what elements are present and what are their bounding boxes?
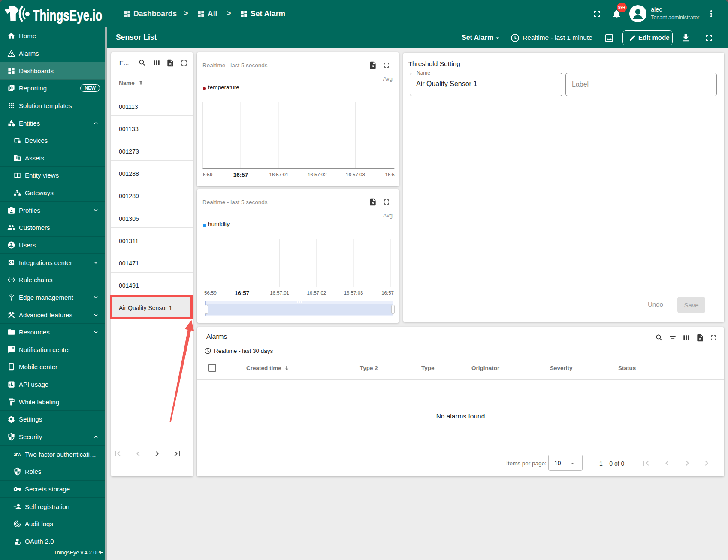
- svg-text:16:57: 16:57: [381, 290, 394, 295]
- svg-text:16:57:01: 16:57:01: [270, 290, 289, 295]
- svg-text:16:57:01: 16:57:01: [269, 172, 289, 177]
- svg-text:6:59: 6:59: [203, 172, 212, 177]
- svg-text:16:57:02: 16:57:02: [307, 290, 326, 295]
- svg-text:16:57:03: 16:57:03: [344, 290, 363, 295]
- svg-text:16:5: 16:5: [385, 172, 395, 177]
- svg-text:16:57: 16:57: [233, 172, 248, 178]
- svg-text:16:57:02: 16:57:02: [308, 172, 327, 177]
- svg-text:16:57: 16:57: [235, 290, 250, 296]
- svg-text:ThingsEye.io: ThingsEye.io: [33, 7, 103, 24]
- svg-text:16:57:03: 16:57:03: [346, 172, 365, 177]
- svg-text:56:59: 56:59: [204, 290, 217, 295]
- svg-text:2FA: 2FA: [14, 452, 21, 457]
